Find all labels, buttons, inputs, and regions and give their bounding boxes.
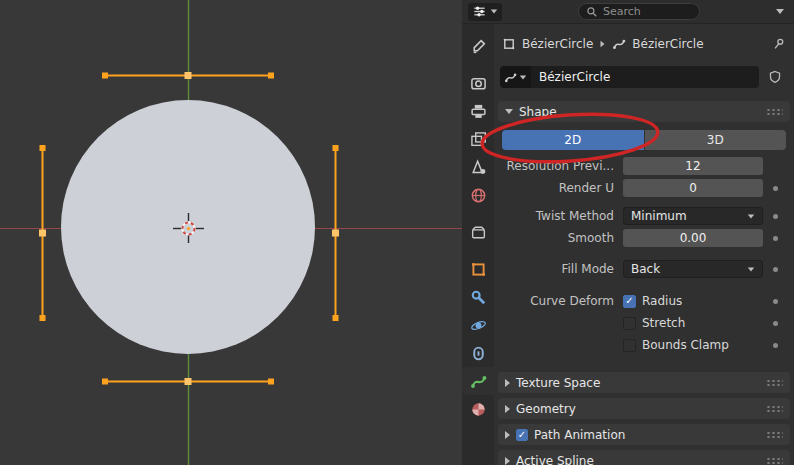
drag-grip-icon[interactable] — [766, 405, 783, 413]
tab-material-properties[interactable] — [462, 395, 494, 423]
row-stretch: Stretch — [500, 313, 788, 333]
checkbox-label: Stretch — [642, 316, 685, 330]
twist-method-dropdown[interactable]: Minimum — [623, 207, 763, 225]
chevron-down-icon — [748, 267, 754, 271]
bounds-clamp-checkbox[interactable]: Bounds Clamp — [623, 338, 763, 352]
section-geometry[interactable]: Geometry — [498, 398, 790, 419]
animate-dot[interactable] — [773, 321, 778, 326]
curve-data-icon — [612, 37, 626, 51]
animate-dot[interactable] — [773, 343, 778, 348]
properties-editor-header: Search — [462, 0, 794, 24]
chevron-down-icon — [520, 75, 526, 79]
tab-view-layer-properties[interactable] — [462, 125, 494, 153]
pin-icon[interactable] — [772, 37, 786, 51]
checkbox-label: Radius — [642, 294, 682, 308]
field-value: 0 — [689, 181, 697, 195]
prop-label: Fill Mode — [500, 262, 614, 276]
3d-button[interactable]: 3D — [645, 130, 787, 150]
section-title: Geometry — [516, 402, 576, 416]
id-type-button[interactable] — [500, 66, 531, 88]
resolution-preview-field[interactable]: 12 — [623, 157, 763, 175]
field-value: 12 — [685, 159, 700, 173]
data-name-input[interactable]: BézierCircle — [531, 66, 759, 88]
section-title: Texture Space — [516, 376, 600, 390]
tab-object-properties[interactable] — [462, 255, 494, 283]
animate-dot[interactable] — [773, 214, 778, 219]
section-shape[interactable]: Shape — [498, 101, 790, 122]
dropdown-value: Minimum — [631, 209, 747, 223]
dropdown-value: Back — [631, 262, 747, 276]
smooth-field[interactable]: 0.00 — [623, 229, 763, 247]
tab-physics-properties[interactable] — [462, 311, 494, 339]
object-icon — [502, 37, 516, 51]
properties-tab-strip — [462, 24, 494, 465]
breadcrumb-object-name[interactable]: BézierCircle — [522, 37, 593, 51]
data-name-value: BézierCircle — [539, 70, 610, 84]
properties-editor-icon — [472, 4, 487, 19]
drag-grip-icon[interactable] — [766, 431, 783, 439]
drag-grip-icon[interactable] — [766, 108, 783, 116]
animate-dot[interactable] — [773, 267, 778, 272]
prop-label: Curve Deform — [500, 294, 614, 308]
section-path-animation[interactable]: Path Animation — [498, 424, 790, 445]
row-twist-method: Twist Method Minimum — [500, 206, 788, 226]
tab-modifier-properties[interactable] — [462, 283, 494, 311]
section-title: Active Spline — [516, 454, 594, 465]
checkbox[interactable] — [623, 317, 636, 330]
properties-content: BézierCircle BézierCircle BézierCircle — [494, 24, 794, 465]
dimension-toggle: 2D 3D — [502, 130, 786, 150]
chevron-down-icon — [491, 10, 497, 14]
path-animation-checkbox[interactable] — [516, 429, 528, 441]
curve-data-icon — [504, 71, 517, 84]
tab-object-data-properties[interactable] — [462, 367, 494, 395]
chevron-right-icon — [505, 457, 510, 465]
prop-label: Twist Method — [500, 209, 614, 223]
tab-active-tool[interactable] — [462, 32, 494, 60]
section-texture-space[interactable]: Texture Space — [498, 372, 790, 393]
chevron-right-icon — [505, 431, 510, 439]
animate-dot[interactable] — [773, 299, 778, 304]
checkbox[interactable] — [623, 339, 636, 352]
tab-render-properties[interactable] — [462, 69, 494, 97]
blender-window: Search — [0, 0, 794, 465]
tab-scene-properties[interactable] — [462, 153, 494, 181]
drag-grip-icon[interactable] — [766, 379, 783, 387]
tab-world-properties[interactable] — [462, 181, 494, 209]
shield-icon — [768, 70, 782, 84]
chevron-down-icon — [505, 109, 513, 114]
checkbox[interactable] — [623, 295, 636, 308]
header-collapse-chevron-icon[interactable] — [776, 9, 784, 14]
row-bounds-clamp: Bounds Clamp — [500, 335, 788, 355]
row-curve-deform-radius: Curve Deform Radius — [500, 291, 788, 311]
section-active-spline[interactable]: Active Spline — [498, 450, 790, 465]
chevron-down-icon — [748, 214, 754, 218]
section-title: Path Animation — [534, 428, 625, 442]
prop-label: Render U — [500, 181, 614, 195]
section-title: Shape — [519, 105, 557, 119]
editor-type-button[interactable] — [468, 3, 502, 21]
id-name-row: BézierCircle — [498, 65, 790, 89]
breadcrumb: BézierCircle BézierCircle — [498, 32, 790, 56]
drag-grip-icon[interactable] — [766, 457, 783, 465]
fake-user-button[interactable] — [762, 66, 788, 88]
breadcrumb-data-name[interactable]: BézierCircle — [632, 37, 703, 51]
shape-panel-body: 2D 3D Resolution Previ... 12 Render U 0 — [498, 122, 790, 367]
stretch-checkbox[interactable]: Stretch — [623, 316, 763, 330]
prop-label: Resolution Previ... — [500, 159, 614, 173]
radius-checkbox[interactable]: Radius — [623, 294, 763, 308]
chevron-right-icon — [505, 405, 510, 413]
fill-mode-dropdown[interactable]: Back — [623, 260, 763, 278]
animate-dot[interactable] — [773, 236, 778, 241]
render-u-field[interactable]: 0 — [623, 179, 763, 197]
tab-constraint-properties[interactable] — [462, 339, 494, 367]
3d-viewport[interactable] — [0, 0, 462, 465]
animate-dot[interactable] — [773, 186, 778, 191]
tab-output-properties[interactable] — [462, 97, 494, 125]
row-fill-mode: Fill Mode Back — [500, 259, 788, 279]
tab-collection-properties[interactable] — [462, 218, 494, 246]
search-input[interactable]: Search — [578, 3, 700, 20]
row-smooth: Smooth 0.00 — [500, 228, 788, 248]
breadcrumb-separator-icon — [601, 41, 605, 47]
search-placeholder: Search — [603, 5, 641, 18]
2d-button[interactable]: 2D — [502, 130, 644, 150]
